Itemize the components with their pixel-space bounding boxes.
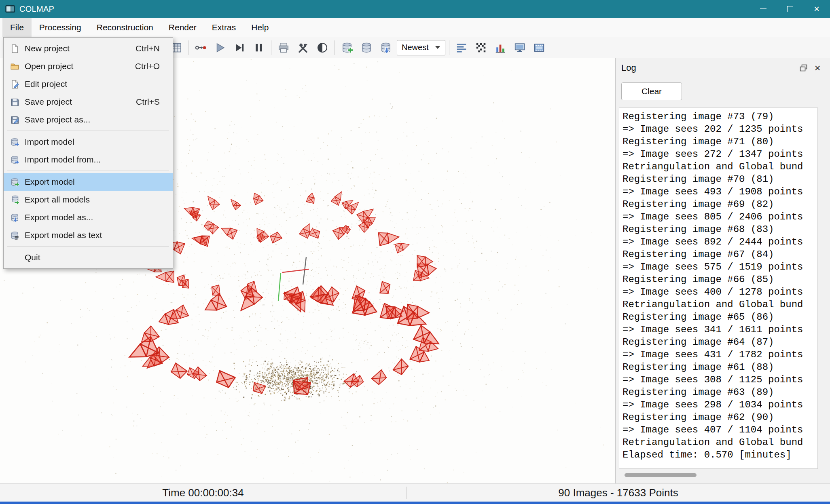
maximize-button[interactable]: [777, 0, 803, 18]
menu-item-label: Import model: [25, 137, 74, 147]
menu-item-new-project[interactable]: New project Ctrl+N: [4, 40, 173, 57]
menu-item-save-project-as[interactable]: Save project as...: [4, 111, 173, 129]
maximize-icon: [787, 6, 793, 12]
menu-item-label: Export model: [25, 177, 75, 187]
log-panel-header: Log ×: [616, 58, 830, 78]
log-list-icon[interactable]: [453, 39, 470, 56]
render-screenshot-icon[interactable]: [275, 39, 292, 56]
menu-separator: [7, 131, 169, 131]
minimize-button[interactable]: [750, 0, 777, 18]
menu-separator: [7, 246, 169, 247]
database-import-icon: [7, 137, 22, 147]
menu-item-label: Export model as...: [25, 213, 93, 222]
menu-item-label: Save project as...: [25, 115, 90, 124]
menu-item-export-model-as-text[interactable]: Export model as text: [4, 226, 173, 244]
menu-item-open-project[interactable]: Open project Ctrl+O: [4, 57, 173, 75]
pause-reconstruction-icon[interactable]: [250, 39, 267, 56]
menu-item-import-model-from[interactable]: Import model from...: [4, 151, 173, 169]
close-icon: ×: [814, 4, 819, 14]
window-bottom-accent: [0, 502, 830, 504]
database-icon[interactable]: [358, 39, 375, 56]
menu-item-export-all-models[interactable]: Export all models: [4, 191, 173, 209]
database-import-from-icon: [7, 155, 22, 164]
toolbar-separator: [188, 40, 188, 55]
close-panel-button[interactable]: ×: [811, 61, 824, 75]
edit-document-icon: [7, 80, 22, 89]
minimize-icon: [760, 8, 766, 9]
view-filter-dropdown[interactable]: Newest: [397, 40, 445, 55]
view-filter-value: Newest: [402, 43, 429, 52]
menu-item-label: Import model from...: [25, 155, 101, 164]
database-export-text-icon: [7, 231, 22, 240]
clear-log-button[interactable]: Clear: [621, 82, 682, 100]
menu-item-label: Export all models: [25, 195, 90, 205]
log-output: Registering image #73 (79) => Image sees…: [619, 108, 818, 469]
app-icon: [5, 4, 15, 14]
auto-reconstruction-icon[interactable]: [192, 39, 209, 56]
contrast-icon[interactable]: [314, 39, 331, 56]
menu-item-label: Save project: [25, 97, 72, 107]
match-matrix-icon[interactable]: [472, 39, 489, 56]
menu-item-shortcut: Ctrl+S: [136, 97, 160, 107]
status-time: Time 00:00:00:34: [0, 487, 406, 499]
toolbar-separator: [449, 40, 449, 55]
grab-movie-icon[interactable]: [531, 39, 548, 56]
start-reconstruction-icon[interactable]: [212, 39, 229, 56]
menu-item-edit-project[interactable]: Edit project: [4, 75, 173, 93]
log-horizontal-scrollbar[interactable]: [619, 472, 818, 478]
save-as-floppy-icon: [7, 115, 22, 124]
statistics-chart-icon[interactable]: [492, 39, 509, 56]
float-icon: [800, 64, 808, 72]
menu-item-label: Edit project: [25, 79, 67, 89]
menu-item-export-model-as[interactable]: Export model as...: [4, 209, 173, 226]
log-panel-title: Log: [621, 63, 636, 73]
menu-file[interactable]: File: [2, 18, 32, 37]
database-export-icon: [7, 177, 22, 187]
menu-reconstruction[interactable]: Reconstruction: [89, 18, 161, 37]
scrollbar-thumb[interactable]: [625, 473, 697, 477]
menu-extras[interactable]: Extras: [204, 18, 244, 37]
menu-item-label: Quit: [25, 253, 40, 262]
toolbar-separator: [271, 40, 271, 55]
menu-item-quit[interactable]: Quit: [4, 249, 173, 266]
title-bar: COLMAP ×: [0, 0, 830, 18]
database-export-as-icon: [7, 213, 22, 222]
save-floppy-icon: [7, 97, 22, 107]
render-options-icon[interactable]: [294, 39, 311, 56]
menu-processing[interactable]: Processing: [32, 18, 89, 37]
status-bar: Time 00:00:00:34 90 Images - 17633 Point…: [0, 483, 830, 502]
menu-item-shortcut: Ctrl+O: [135, 61, 160, 71]
menu-item-label: New project: [25, 44, 70, 53]
close-button[interactable]: ×: [803, 0, 830, 18]
menu-item-export-model[interactable]: Export model: [4, 173, 173, 191]
new-document-icon: [7, 44, 22, 53]
chevron-down-icon: [435, 46, 440, 49]
grab-image-icon[interactable]: [511, 39, 528, 56]
menu-item-save-project[interactable]: Save project Ctrl+S: [4, 93, 173, 111]
menu-item-import-model[interactable]: Import model: [4, 133, 173, 151]
open-folder-icon: [7, 62, 22, 71]
menu-help[interactable]: Help: [243, 18, 276, 37]
window-title: COLMAP: [19, 4, 54, 14]
step-reconstruction-icon[interactable]: [231, 39, 248, 56]
status-counts: 90 Images - 17633 Points: [407, 487, 830, 499]
menu-item-label: Open project: [25, 61, 73, 71]
colmap-window: COLMAP × File Processing Reconstruction …: [0, 0, 830, 504]
log-panel: Log × Clear Registering image #73 (79) =…: [615, 58, 830, 483]
toolbar-separator: [335, 40, 335, 55]
database-new-icon[interactable]: [339, 39, 356, 56]
float-panel-button[interactable]: [797, 61, 811, 75]
menu-bar: File Processing Reconstruction Render Ex…: [0, 18, 830, 37]
menu-render[interactable]: Render: [161, 18, 204, 37]
database-export-all-icon: [7, 195, 22, 205]
file-menu-popup: New project Ctrl+N Open project Ctrl+O E…: [3, 37, 173, 269]
database-save-icon[interactable]: [377, 39, 394, 56]
close-icon: ×: [814, 63, 820, 73]
menu-item-shortcut: Ctrl+N: [136, 44, 160, 53]
menu-separator: [7, 171, 169, 171]
menu-item-label: Export model as text: [25, 230, 102, 240]
